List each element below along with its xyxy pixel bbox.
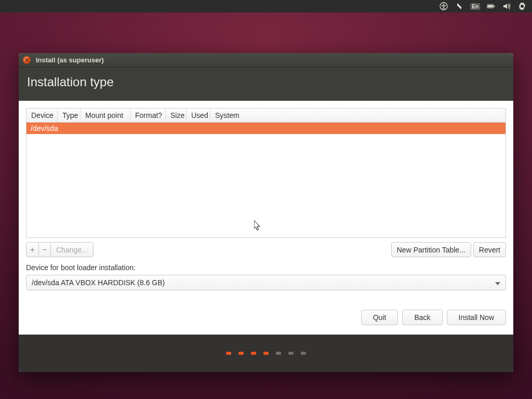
new-partition-table-button[interactable]: New Partition Table... [391,242,471,257]
chevron-down-icon [495,278,500,287]
table-row[interactable]: /dev/sda [26,123,506,134]
bootloader-select[interactable]: /dev/sda ATA VBOX HARDDISK (8.6 GB) [26,275,506,290]
svg-rect-3 [488,5,493,7]
installer-window: Install (as superuser) Installation type… [19,53,513,372]
volume-icon[interactable] [502,2,511,11]
col-device[interactable]: Device [26,109,58,122]
page-title: Installation type [19,68,513,101]
gear-icon[interactable] [517,2,527,11]
bootloader-selected: /dev/sda ATA VBOX HARDDISK (8.6 GB) [32,278,165,287]
col-used[interactable]: Used [187,109,210,122]
close-icon[interactable] [23,56,31,64]
col-system[interactable]: System [210,109,506,122]
progress-dots [19,335,513,372]
progress-dot [301,352,306,355]
svg-rect-4 [494,5,495,7]
back-button[interactable]: Back [402,310,442,325]
col-type[interactable]: Type [58,109,81,122]
battery-icon[interactable] [486,2,496,11]
progress-dot [276,352,281,355]
accessibility-icon[interactable] [439,2,448,11]
window-titlebar[interactable]: Install (as superuser) [19,53,513,68]
progress-dot [263,352,269,355]
svg-point-1 [443,4,444,5]
quit-button[interactable]: Quit [361,310,398,325]
change-partition-button[interactable]: Change... [51,242,94,257]
keyboard-indicator[interactable]: En [470,3,480,10]
network-icon[interactable] [455,2,464,11]
col-format[interactable]: Format? [130,109,166,122]
col-size[interactable]: Size [166,109,187,122]
cell-device: /dev/sda [26,123,62,134]
revert-button[interactable]: Revert [473,242,506,257]
install-button[interactable]: Install Now [447,310,506,325]
progress-dot [251,352,256,355]
progress-dot [238,352,244,355]
partition-table[interactable]: Device Type Mount point Format? Size Use… [26,108,506,238]
bootloader-label: Device for boot loader installation: [26,263,506,272]
wizard-nav: Quit Back Install Now [26,295,506,325]
progress-dot [288,352,294,355]
remove-partition-button[interactable]: − [38,242,51,257]
partition-table-header[interactable]: Device Type Mount point Format? Size Use… [26,109,506,123]
add-partition-button[interactable]: + [26,242,38,257]
page-content: Device Type Mount point Format? Size Use… [19,101,513,335]
system-top-panel: En [0,0,532,12]
col-mountpoint[interactable]: Mount point [81,109,130,122]
partition-toolbar: + − Change... New Partition Table... Rev… [26,242,506,257]
window-title: Install (as superuser) [36,56,104,64]
progress-dot [226,352,231,355]
